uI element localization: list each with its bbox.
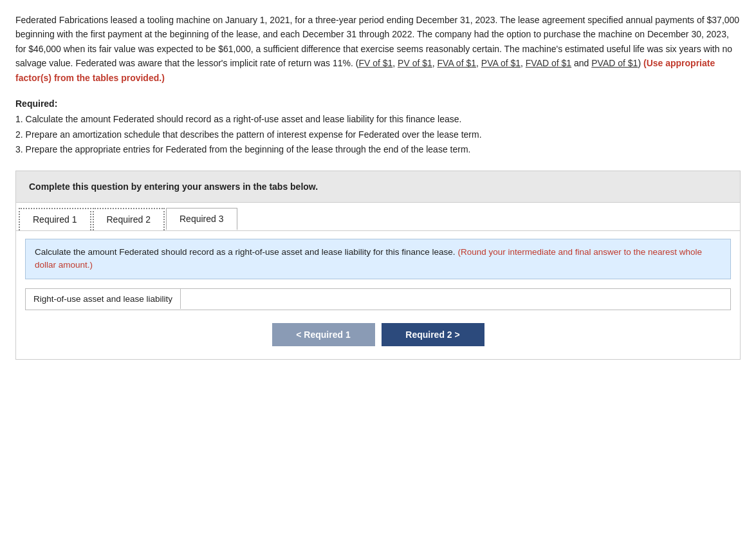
tab-required-2[interactable]: Required 2 [93,208,165,230]
tab-content: Calculate the amount Federated should re… [16,231,740,359]
tab-required-1[interactable]: Required 1 [19,208,91,230]
input-label: Right-of-use asset and lease liability [26,289,181,309]
pv-link[interactable]: PV of $1 [398,58,432,68]
complete-box-text: Complete this question by entering your … [29,181,318,192]
intro-text-main: Federated Fabrications leased a tooling … [15,15,739,83]
tabs-row: Required 1 Required 2 Required 3 [16,203,740,231]
fva-link[interactable]: FVA of $1 [438,58,476,68]
tabs-area: Required 1 Required 2 Required 3 Calcula… [15,203,741,360]
complete-box: Complete this question by entering your … [15,171,741,203]
right-of-use-input[interactable] [181,289,284,310]
instruction-bar: Calculate the amount Federated should re… [25,239,731,279]
required-item-1: 1. Calculate the amount Federated should… [15,112,741,127]
required-item-3: 3. Prepare the appropriate entries for F… [15,142,741,158]
pva-link[interactable]: PVA of $1 [481,58,521,68]
required-section: Required: 1. Calculate the amount Federa… [15,97,741,158]
prev-button[interactable]: Required 1 [272,323,375,346]
next-button[interactable]: Required 2 [382,323,484,346]
required-header: Required: [15,97,741,112]
fv-link[interactable]: FV of $1 [358,58,392,68]
nav-buttons: Required 1 Required 2 [25,323,731,346]
tab-required-3[interactable]: Required 3 [166,208,237,230]
intro-paragraph: Federated Fabrications leased a tooling … [15,13,741,85]
instruction-text: Calculate the amount Federated should re… [35,247,456,257]
fvad-link[interactable]: FVAD of $1 [526,58,571,68]
input-row: Right-of-use asset and lease liability [25,288,731,310]
pvad-link[interactable]: PVAD of $1 [591,58,638,68]
required-item-2: 2. Prepare an amortization schedule that… [15,127,741,143]
